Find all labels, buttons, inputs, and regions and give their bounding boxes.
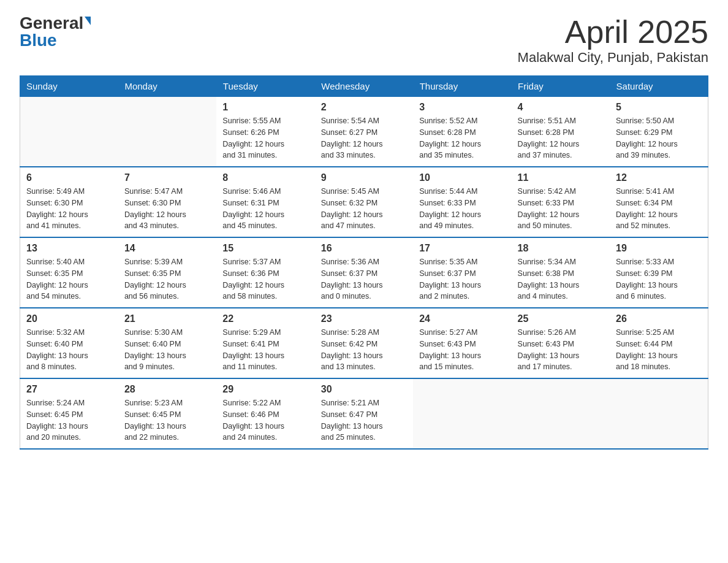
day-number: 24	[419, 313, 505, 324]
table-row: 22Sunrise: 5:29 AMSunset: 6:41 PMDayligh…	[216, 308, 314, 378]
table-row: 2Sunrise: 5:54 AMSunset: 6:27 PMDaylight…	[315, 97, 413, 167]
day-info: Sunrise: 5:22 AMSunset: 6:46 PMDaylight:…	[222, 397, 308, 443]
table-row: 19Sunrise: 5:33 AMSunset: 6:39 PMDayligh…	[610, 237, 708, 308]
day-number: 15	[222, 243, 308, 254]
table-row: 15Sunrise: 5:37 AMSunset: 6:36 PMDayligh…	[216, 237, 314, 308]
table-row: 18Sunrise: 5:34 AMSunset: 6:38 PMDayligh…	[512, 237, 610, 308]
day-number: 29	[222, 384, 308, 395]
day-info: Sunrise: 5:49 AMSunset: 6:30 PMDaylight:…	[26, 186, 112, 232]
table-row: 7Sunrise: 5:47 AMSunset: 6:30 PMDaylight…	[118, 167, 216, 237]
day-info: Sunrise: 5:46 AMSunset: 6:31 PMDaylight:…	[222, 186, 308, 232]
day-number: 3	[419, 102, 505, 113]
table-row: 1Sunrise: 5:55 AMSunset: 6:26 PMDaylight…	[216, 97, 314, 167]
table-row: 21Sunrise: 5:30 AMSunset: 6:40 PMDayligh…	[118, 308, 216, 378]
day-number: 8	[222, 172, 308, 183]
calendar-week-row: 1Sunrise: 5:55 AMSunset: 6:26 PMDaylight…	[20, 97, 708, 167]
table-row: 29Sunrise: 5:22 AMSunset: 6:46 PMDayligh…	[216, 378, 314, 449]
day-info: Sunrise: 5:55 AMSunset: 6:26 PMDaylight:…	[222, 115, 308, 161]
calendar-table: Sunday Monday Tuesday Wednesday Thursday…	[20, 75, 708, 450]
day-number: 10	[419, 172, 505, 183]
day-number: 9	[321, 172, 407, 183]
table-row: 17Sunrise: 5:35 AMSunset: 6:37 PMDayligh…	[413, 237, 511, 308]
day-info: Sunrise: 5:30 AMSunset: 6:40 PMDaylight:…	[124, 327, 210, 373]
day-number: 26	[616, 313, 702, 324]
day-info: Sunrise: 5:41 AMSunset: 6:34 PMDaylight:…	[616, 186, 702, 232]
day-info: Sunrise: 5:40 AMSunset: 6:35 PMDaylight:…	[26, 256, 112, 302]
table-row: 11Sunrise: 5:42 AMSunset: 6:33 PMDayligh…	[512, 167, 610, 237]
day-number: 11	[518, 172, 604, 183]
table-row: 26Sunrise: 5:25 AMSunset: 6:44 PMDayligh…	[610, 308, 708, 378]
day-number: 12	[616, 172, 702, 183]
calendar-subtitle: Malakwal City, Punjab, Pakistan	[518, 50, 708, 66]
table-row: 27Sunrise: 5:24 AMSunset: 6:45 PMDayligh…	[20, 378, 118, 449]
day-number: 13	[26, 243, 112, 254]
calendar-header: Sunday Monday Tuesday Wednesday Thursday…	[20, 76, 708, 97]
day-info: Sunrise: 5:50 AMSunset: 6:29 PMDaylight:…	[616, 115, 702, 161]
table-row	[512, 378, 610, 449]
day-info: Sunrise: 5:21 AMSunset: 6:47 PMDaylight:…	[321, 397, 407, 443]
day-info: Sunrise: 5:45 AMSunset: 6:32 PMDaylight:…	[321, 186, 407, 232]
table-row: 20Sunrise: 5:32 AMSunset: 6:40 PMDayligh…	[20, 308, 118, 378]
day-info: Sunrise: 5:42 AMSunset: 6:33 PMDaylight:…	[518, 186, 604, 232]
day-info: Sunrise: 5:33 AMSunset: 6:39 PMDaylight:…	[616, 256, 702, 302]
col-friday: Friday	[512, 76, 610, 97]
table-row: 28Sunrise: 5:23 AMSunset: 6:45 PMDayligh…	[118, 378, 216, 449]
day-number: 4	[518, 102, 604, 113]
table-row: 24Sunrise: 5:27 AMSunset: 6:43 PMDayligh…	[413, 308, 511, 378]
table-row: 23Sunrise: 5:28 AMSunset: 6:42 PMDayligh…	[315, 308, 413, 378]
table-row: 3Sunrise: 5:52 AMSunset: 6:28 PMDaylight…	[413, 97, 511, 167]
day-info: Sunrise: 5:39 AMSunset: 6:35 PMDaylight:…	[124, 256, 210, 302]
day-info: Sunrise: 5:32 AMSunset: 6:40 PMDaylight:…	[26, 327, 112, 373]
day-info: Sunrise: 5:25 AMSunset: 6:44 PMDaylight:…	[616, 327, 702, 373]
day-info: Sunrise: 5:34 AMSunset: 6:38 PMDaylight:…	[518, 256, 604, 302]
day-info: Sunrise: 5:26 AMSunset: 6:43 PMDaylight:…	[518, 327, 604, 373]
day-number: 1	[222, 102, 308, 113]
day-info: Sunrise: 5:29 AMSunset: 6:41 PMDaylight:…	[222, 327, 308, 373]
table-row: 14Sunrise: 5:39 AMSunset: 6:35 PMDayligh…	[118, 237, 216, 308]
col-tuesday: Tuesday	[216, 76, 314, 97]
day-info: Sunrise: 5:24 AMSunset: 6:45 PMDaylight:…	[26, 397, 112, 443]
day-number: 21	[124, 313, 210, 324]
table-row	[20, 97, 118, 167]
title-block: April 2025 Malakwal City, Punjab, Pakist…	[518, 15, 708, 66]
logo: General Blue	[20, 15, 91, 49]
table-row: 25Sunrise: 5:26 AMSunset: 6:43 PMDayligh…	[512, 308, 610, 378]
table-row	[610, 378, 708, 449]
day-number: 16	[321, 243, 407, 254]
table-row: 16Sunrise: 5:36 AMSunset: 6:37 PMDayligh…	[315, 237, 413, 308]
day-info: Sunrise: 5:52 AMSunset: 6:28 PMDaylight:…	[419, 115, 505, 161]
day-number: 7	[124, 172, 210, 183]
day-info: Sunrise: 5:47 AMSunset: 6:30 PMDaylight:…	[124, 186, 210, 232]
table-row: 30Sunrise: 5:21 AMSunset: 6:47 PMDayligh…	[315, 378, 413, 449]
table-row: 12Sunrise: 5:41 AMSunset: 6:34 PMDayligh…	[610, 167, 708, 237]
page-header: General Blue April 2025 Malakwal City, P…	[20, 15, 708, 66]
col-sunday: Sunday	[20, 76, 118, 97]
table-row	[118, 97, 216, 167]
day-info: Sunrise: 5:35 AMSunset: 6:37 PMDaylight:…	[419, 256, 505, 302]
day-info: Sunrise: 5:54 AMSunset: 6:27 PMDaylight:…	[321, 115, 407, 161]
col-thursday: Thursday	[413, 76, 511, 97]
day-number: 20	[26, 313, 112, 324]
calendar-week-row: 13Sunrise: 5:40 AMSunset: 6:35 PMDayligh…	[20, 237, 708, 308]
day-info: Sunrise: 5:23 AMSunset: 6:45 PMDaylight:…	[124, 397, 210, 443]
day-info: Sunrise: 5:44 AMSunset: 6:33 PMDaylight:…	[419, 186, 505, 232]
day-number: 14	[124, 243, 210, 254]
day-number: 6	[26, 172, 112, 183]
day-info: Sunrise: 5:51 AMSunset: 6:28 PMDaylight:…	[518, 115, 604, 161]
day-number: 25	[518, 313, 604, 324]
calendar-body: 1Sunrise: 5:55 AMSunset: 6:26 PMDaylight…	[20, 97, 708, 450]
calendar-week-row: 6Sunrise: 5:49 AMSunset: 6:30 PMDaylight…	[20, 167, 708, 237]
logo-general: General	[20, 15, 83, 32]
day-number: 22	[222, 313, 308, 324]
day-number: 17	[419, 243, 505, 254]
logo-arrow-icon	[85, 17, 91, 25]
day-info: Sunrise: 5:28 AMSunset: 6:42 PMDaylight:…	[321, 327, 407, 373]
col-saturday: Saturday	[610, 76, 708, 97]
day-number: 28	[124, 384, 210, 395]
days-of-week-row: Sunday Monday Tuesday Wednesday Thursday…	[20, 76, 708, 97]
day-number: 19	[616, 243, 702, 254]
table-row: 5Sunrise: 5:50 AMSunset: 6:29 PMDaylight…	[610, 97, 708, 167]
table-row	[413, 378, 511, 449]
table-row: 8Sunrise: 5:46 AMSunset: 6:31 PMDaylight…	[216, 167, 314, 237]
calendar-title: April 2025	[518, 15, 708, 50]
